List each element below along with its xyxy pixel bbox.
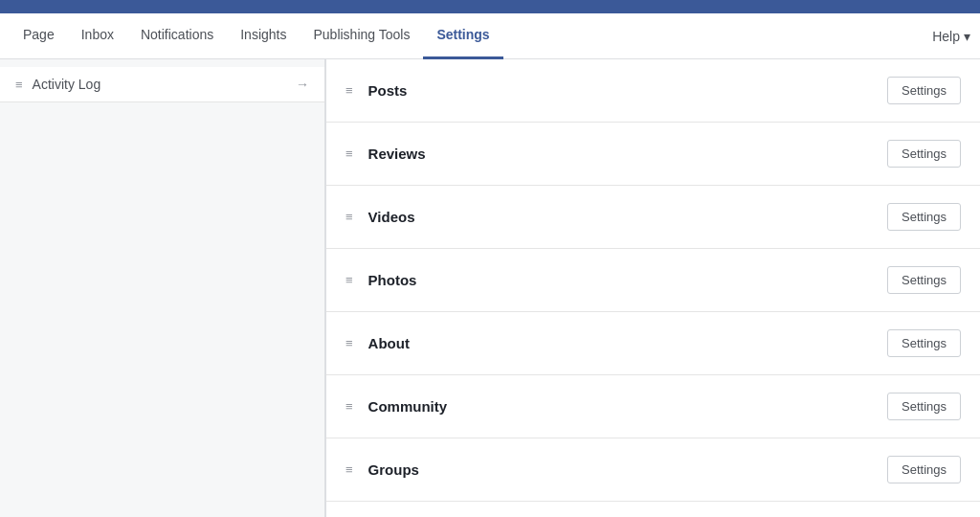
settings-row-charity: ≡ Charity Auctions Today 🤝 Settings [326, 502, 980, 517]
settings-btn-posts[interactable]: Settings [887, 77, 961, 104]
row-label-community: Community [368, 398, 448, 415]
settings-btn-photos[interactable]: Settings [887, 266, 961, 294]
settings-btn-about[interactable]: Settings [887, 329, 961, 357]
row-label-about: About [368, 335, 410, 351]
nav-item-insights[interactable]: Insights [227, 13, 300, 59]
row-left: ≡ Videos [345, 209, 415, 225]
top-bar [0, 0, 980, 13]
row-hamburger-icon: ≡ [345, 399, 353, 414]
hamburger-icon: ≡ [15, 79, 23, 91]
row-hamburger-icon: ≡ [345, 462, 353, 477]
settings-content: ≡ Posts Settings ≡ Reviews Settings ≡ Vi… [325, 59, 980, 517]
sidebar-item-label: Activity Log [33, 77, 101, 92]
row-label-posts: Posts [368, 82, 408, 99]
row-hamburger-icon: ≡ [345, 83, 353, 98]
settings-btn-community[interactable]: Settings [887, 393, 961, 420]
row-left: ≡ Reviews [345, 146, 426, 162]
row-label-photos: Photos [368, 272, 417, 288]
sidebar: ≡ Activity Log → [0, 59, 325, 517]
nav-items-right: Help ▾ [932, 29, 970, 44]
row-left: ≡ Photos [345, 272, 416, 288]
settings-row-groups: ≡ Groups Settings [326, 438, 980, 502]
settings-row-videos: ≡ Videos Settings [326, 186, 980, 249]
help-label: Help [932, 29, 960, 44]
help-button[interactable]: Help ▾ [932, 29, 970, 44]
settings-btn-videos[interactable]: Settings [887, 203, 961, 231]
help-chevron-icon: ▾ [964, 29, 970, 44]
nav-item-publishing-tools[interactable]: Publishing Tools [300, 13, 423, 59]
settings-row-photos: ≡ Photos Settings [326, 249, 980, 312]
nav-item-notifications[interactable]: Notifications [127, 13, 227, 59]
row-left: ≡ About [345, 335, 410, 351]
row-hamburger-icon: ≡ [345, 336, 353, 350]
page-nav: Page Inbox Notifications Insights Publis… [0, 13, 980, 59]
row-label-reviews: Reviews [368, 146, 426, 162]
row-hamburger-icon: ≡ [345, 146, 353, 161]
nav-item-settings[interactable]: Settings [423, 13, 502, 59]
settings-btn-reviews[interactable]: Settings [887, 140, 961, 168]
row-hamburger-icon: ≡ [345, 210, 353, 224]
row-left: ≡ Groups [345, 461, 419, 478]
nav-item-inbox[interactable]: Inbox [68, 13, 127, 59]
arrow-right-icon: → [296, 77, 309, 92]
sidebar-item-activity-log[interactable]: ≡ Activity Log → [0, 67, 324, 102]
row-hamburger-icon: ≡ [345, 273, 353, 287]
main-layout: ≡ Activity Log → ≡ Posts Settings ≡ Revi… [0, 59, 980, 517]
row-label-videos: Videos [368, 209, 415, 225]
settings-row-posts: ≡ Posts Settings [326, 59, 980, 123]
nav-items-left: Page Inbox Notifications Insights Publis… [10, 13, 932, 59]
row-left: ≡ Community [345, 398, 447, 415]
settings-btn-groups[interactable]: Settings [887, 456, 961, 483]
nav-item-page[interactable]: Page [10, 13, 68, 59]
row-left: ≡ Posts [345, 82, 407, 99]
sidebar-item-left: ≡ Activity Log [15, 77, 100, 92]
row-label-groups: Groups [368, 461, 419, 478]
settings-row-about: ≡ About Settings [326, 312, 980, 375]
settings-row-reviews: ≡ Reviews Settings [326, 123, 980, 186]
settings-row-community: ≡ Community Settings [326, 375, 980, 438]
